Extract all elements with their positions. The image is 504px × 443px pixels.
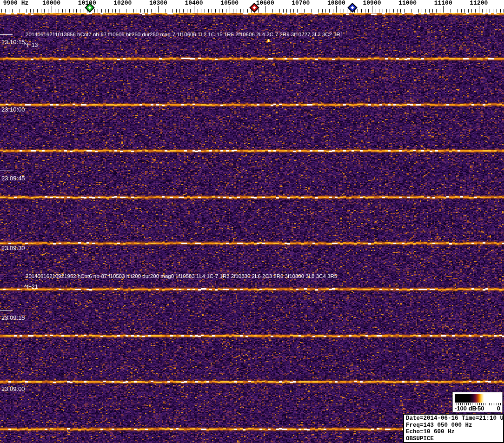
time-label: 23:10:00 [1,106,25,112]
colorbar-tick [489,403,490,405]
info-line-2: Echo=10 600 Hz [406,429,503,436]
colorbar-tick [493,403,493,405]
time-tick-mark [0,171,13,171]
colorbar-tick [500,403,501,405]
time-label: 23:09:45 [1,175,25,181]
info-line-1: Freq=143 050 000 Hz [406,422,503,429]
info-line-0: Date=2014-06-16 Time=21:10 UTC [406,415,503,422]
detection-annotation: ^t+21 [24,284,38,290]
time-tick-mark [0,310,13,311]
time-tick-mark [0,34,13,35]
colorbar-label-right: 0 [497,405,500,412]
info-line-3: OBSUPICE [406,436,503,443]
colorbar-tick [485,403,485,405]
detection-record-text: 20140616211013856 hCnt7 nb-87 f10606 hit… [26,32,343,37]
detection-annotation: ^t+13 [24,42,38,48]
spectrogram-overlays: 23:10:1523:10:0023:09:4523:09:3023:09:15… [0,0,504,443]
colorbar-label-left: -100 dB [455,405,477,412]
time-label: 23:09:00 [1,386,25,392]
colorbar-tick [487,403,487,405]
observation-info-box: Date=2014-06-16 Time=21:10 UTCFreq=143 0… [403,414,504,443]
colorbar-gradient [455,394,500,403]
time-label: 23:09:15 [1,315,25,321]
colorbar-tick [491,403,491,405]
colorbar-tick [495,403,495,405]
colorbar-label-mid: -50 [476,405,484,412]
detection-record-text: 20140616210921952 hCnt6 nb-87 f10583 hit… [26,273,337,279]
db-colorbar: -100 dB-500 [452,392,503,412]
time-label: 23:09:30 [1,245,25,251]
time-label: 23:10:15 [1,39,25,45]
meteor-echo-spectrogram-window: 9900 Hz100001010010200103001040010500106… [0,0,504,443]
